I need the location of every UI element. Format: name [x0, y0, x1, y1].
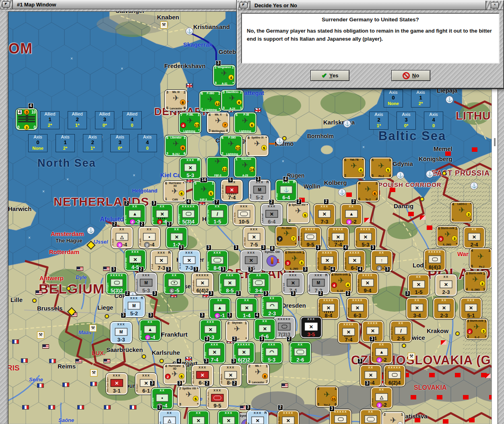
stack-count-marker: 2 [138, 267, 144, 272]
stack-count-marker: 4 [343, 245, 348, 250]
decision-dialog: ◤ Decide Yes or No ✕ Surrender Germany t… [237, 0, 504, 89]
stack-count-marker: 3 [157, 405, 162, 410]
stack-count-marker: 3 [246, 405, 251, 410]
stack-count-marker: 4 [357, 267, 363, 272]
map-window-title: #1 Map Window [13, 2, 56, 8]
stack-count-marker: 4 [186, 199, 191, 205]
stack-count-marker: 3 [111, 267, 116, 272]
stack-count-marker: 3 [329, 406, 335, 412]
stack-count-marker: 2 [318, 291, 323, 296]
stack-count-marker: 3 [121, 312, 126, 318]
map-window-left-frame [0, 11, 8, 424]
stack-count-marker: 3 [259, 336, 264, 342]
stack-count-marker: 2 [345, 291, 351, 296]
dialog-explanation: No, the Germany player has stated his ob… [247, 27, 494, 43]
stack-count-marker: 2 [232, 381, 237, 386]
window-rollup-button[interactable]: ◤ [240, 2, 248, 8]
stack-count-marker: 4 [283, 176, 288, 182]
stack-count-marker: 3 [152, 291, 157, 296]
stack-count-marker: 3 [261, 245, 266, 250]
stack-count-marker: 3 [231, 358, 236, 364]
stack-count-marker: 3 [148, 312, 153, 318]
titlebar-right-cap: ✕ [485, 1, 503, 10]
stack-count-marker: 2 [112, 221, 117, 227]
stack-count-marker: 3 [151, 201, 157, 206]
stack-count-marker: 3 [385, 267, 390, 272]
stack-count-marker: 3 [227, 312, 232, 318]
scrollbar-thumb[interactable] [494, 138, 496, 146]
stack-count-marker: 3 [233, 245, 239, 250]
stack-count-marker: 3 [204, 358, 209, 364]
titlebar-left-cap: ◤ [238, 1, 250, 10]
stack-count-marker: 2 [324, 199, 329, 205]
stack-count-marker: 8 [270, 246, 275, 251]
stack-count-marker: 3 [248, 267, 253, 272]
stack-count-marker: 3 [179, 245, 184, 250]
stack-count-marker: 3 [316, 245, 321, 250]
stack-count-marker: 3 [150, 381, 155, 386]
stack-count-marker: 5 [228, 177, 233, 183]
stack-count-marker: 14 [200, 177, 207, 183]
stack-count-marker: 2 [278, 405, 283, 410]
stack-count-marker: 3 [204, 336, 210, 342]
stack-count-marker: 3 [370, 336, 375, 342]
stack-count-marker: 2 [351, 199, 356, 205]
stack-count-marker: 3 [232, 336, 237, 342]
dialog-title: Decide Yes or No [250, 2, 297, 8]
stack-count-marker: 3 [177, 381, 182, 386]
yes-button[interactable]: ✔ Yes [310, 70, 349, 81]
dialog-titlebar[interactable]: ◤ Decide Yes or No ✕ [238, 1, 503, 10]
stack-count-marker: 3 [221, 267, 226, 272]
no-button[interactable]: No [391, 70, 430, 81]
stack-count-marker: 2 [269, 199, 274, 205]
titlebar-left-cap: ◤ [0, 0, 13, 9]
stack-count-marker: 3 [167, 221, 172, 227]
stack-count-marker: 3 [291, 291, 296, 296]
stack-count-marker: 3 [209, 291, 214, 296]
dialog-question: Surrender Germany to United States? [247, 17, 494, 23]
stack-count-marker: 4 [176, 358, 182, 364]
stack-count-marker: 4 [254, 312, 260, 318]
dialog-text-panel: Surrender Germany to United States? No, … [241, 13, 500, 64]
stack-count-marker: 4 [330, 267, 335, 272]
stack-count-marker: 4 [28, 103, 33, 109]
check-icon: ✔ [322, 72, 327, 79]
stack-count-marker: 3 [405, 291, 410, 296]
game-screen: KINGDOMDENMARKNETHERLANDSBELGIUMGERMANYB… [0, 0, 504, 424]
window-close-button[interactable]: ✕ [491, 2, 499, 8]
stack-count-marker: 7 [214, 199, 219, 205]
stack-count-marker: 3 [365, 381, 370, 386]
stack-count-marker: 3 [200, 312, 205, 318]
stack-count-marker: 3 [236, 291, 241, 296]
stack-count-marker: 3 [206, 245, 211, 250]
no-entry-icon [403, 72, 410, 79]
stack-count-marker: 2 [296, 199, 302, 205]
stack-count-marker: 2 [139, 221, 145, 227]
stack-count-marker: 3 [370, 245, 376, 250]
stack-count-marker: 2 [204, 381, 210, 386]
stack-count-marker: 3 [303, 267, 308, 272]
stack-count-marker: 3 [263, 291, 269, 296]
stack-count-marker: 3 [216, 60, 221, 66]
stack-count-marker: 2 [124, 201, 129, 206]
stack-count-marker: 3 [357, 358, 363, 364]
stack-count-marker: 2 [287, 336, 292, 342]
stack-count-marker: 2 [125, 291, 130, 296]
stack-count-marker: 3 [193, 267, 198, 272]
window-rollup-button[interactable]: ◤ [2, 1, 10, 8]
stack-count-marker: 3 [166, 267, 171, 272]
stack-count-marker: 3 [256, 176, 261, 182]
